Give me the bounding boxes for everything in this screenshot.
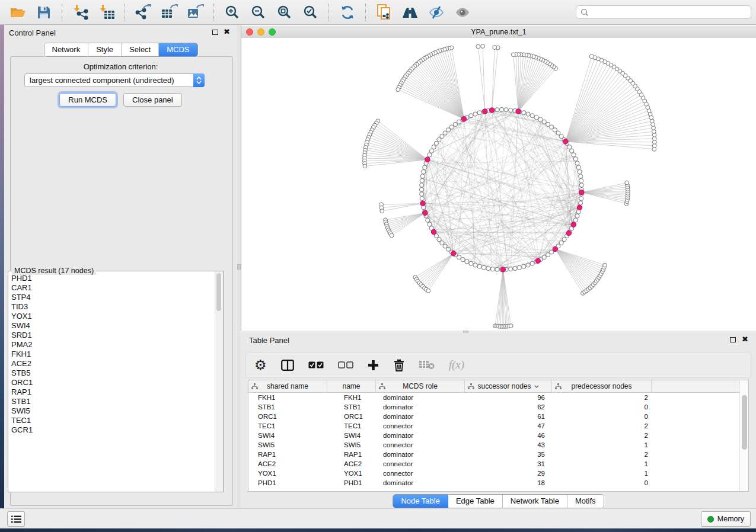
hide-selected-eye-icon[interactable] <box>428 4 445 21</box>
mcds-result-item[interactable]: RAP1 <box>8 387 215 397</box>
tab-node-table[interactable]: Node Table <box>393 495 448 508</box>
select-all-checkboxes-icon[interactable] <box>308 357 324 373</box>
table-cell: RAP1 <box>248 451 327 458</box>
tab-motifs[interactable]: Motifs <box>567 495 604 508</box>
result-scrollbar[interactable] <box>215 271 223 492</box>
mcds-result-item[interactable]: SWI5 <box>8 406 215 416</box>
table-cell: dominator <box>376 403 465 411</box>
mcds-result-item[interactable]: GCR1 <box>8 425 215 435</box>
show-eye-icon[interactable] <box>454 4 471 21</box>
mcds-result-item[interactable]: STB5 <box>8 368 215 378</box>
tab-select[interactable]: Select <box>122 43 159 56</box>
dropdown-stepper-icon <box>193 73 205 87</box>
save-icon[interactable] <box>35 4 53 21</box>
table-row[interactable]: PHD1PHD1dominator180 <box>248 478 748 488</box>
mcds-result-list[interactable]: PHD1CAR1STP4TID3YOX1SWI4SRD1PMA2FKH1ACE2… <box>8 274 215 489</box>
deselect-all-checkboxes-icon[interactable] <box>338 357 353 373</box>
toggle-columns-icon[interactable] <box>281 357 294 373</box>
table-cell: dominator <box>376 413 465 420</box>
desktop-wallpaper-left <box>0 25 4 532</box>
mcds-result-item[interactable]: ORC1 <box>8 378 215 387</box>
column-header-predecessor-nodes[interactable]: predecessor nodes <box>552 380 652 392</box>
toolbar-separator <box>365 4 366 21</box>
network-view-canvas[interactable] <box>241 38 756 331</box>
node-table[interactable]: shared namenameMCDS rolesuccessor nodesp… <box>248 380 749 492</box>
clone-network-icon[interactable] <box>375 4 393 21</box>
zoom-selected-icon[interactable] <box>302 4 320 21</box>
delete-table-icon[interactable] <box>419 357 435 373</box>
mcds-result-item[interactable]: YOX1 <box>8 312 215 321</box>
table-scrollbar[interactable] <box>739 380 748 491</box>
delete-column-icon[interactable] <box>393 357 405 373</box>
table-row[interactable]: SWI4SWI4dominator462 <box>248 431 748 440</box>
tab-network-table[interactable]: Network Table <box>503 495 567 508</box>
mcds-result-item[interactable]: STP4 <box>8 293 215 302</box>
function-builder-icon[interactable]: f(x) <box>449 357 464 373</box>
table-cell: 2 <box>552 422 652 430</box>
table-row[interactable]: FKH1FKH1dominator962 <box>248 393 748 402</box>
optimization-criterion-dropdown[interactable]: largest connected component (undirected) <box>24 73 205 87</box>
tab-mcds[interactable]: MCDS <box>159 43 197 56</box>
toolbar-separator <box>213 4 215 21</box>
zoom-out-icon[interactable] <box>250 4 267 21</box>
column-header-MCDS-role[interactable]: MCDS role <box>376 380 465 392</box>
sort-desc-icon <box>534 385 539 388</box>
table-panel-title: Table Panel <box>249 336 289 345</box>
table-cell: 18 <box>465 479 552 486</box>
open-folder-icon[interactable] <box>9 4 27 21</box>
settings-gear-icon[interactable]: ⚙ <box>254 357 267 373</box>
mcds-result-item[interactable]: STB1 <box>8 397 215 406</box>
mcds-result-item[interactable]: PMA2 <box>8 340 215 350</box>
zoom-fit-icon[interactable] <box>276 4 294 21</box>
export-table-icon[interactable] <box>161 4 178 21</box>
memory-button[interactable]: Memory <box>701 511 751 527</box>
zoom-in-icon[interactable] <box>224 4 241 21</box>
column-header-shared-name[interactable]: shared name <box>248 380 327 392</box>
column-label: shared name <box>267 382 308 390</box>
mcds-result-item[interactable]: CAR1 <box>8 283 215 293</box>
column-header-name[interactable]: name <box>327 380 376 392</box>
import-network-icon[interactable] <box>72 4 90 21</box>
mcds-result-item[interactable]: TID3 <box>8 302 215 312</box>
tab-edge-table[interactable]: Edge Table <box>448 495 503 508</box>
mcds-result-item[interactable]: SRD1 <box>8 331 215 340</box>
close-panel-icon[interactable]: ✖ <box>224 27 230 36</box>
mcds-result-item[interactable]: FKH1 <box>8 350 215 359</box>
mcds-result-item[interactable]: ACE2 <box>8 359 215 368</box>
export-network-icon[interactable] <box>135 4 152 21</box>
mcds-result-item[interactable]: TEC1 <box>8 416 215 425</box>
table-cell: 2 <box>552 432 652 439</box>
table-cell: RAP1 <box>327 451 376 458</box>
network-window-titlebar[interactable]: YPA_prune.txt_1 <box>241 26 756 39</box>
export-image-icon[interactable] <box>187 4 205 21</box>
close-panel-button[interactable]: Close panel <box>123 93 182 107</box>
import-table-icon[interactable] <box>98 4 116 21</box>
refresh-icon[interactable] <box>339 4 356 21</box>
run-mcds-button[interactable]: Run MCDS <box>59 93 116 107</box>
tab-style[interactable]: Style <box>88 43 122 56</box>
mcds-result-item[interactable]: SWI4 <box>8 321 215 331</box>
float-table-panel-icon[interactable] <box>730 337 736 342</box>
table-row[interactable]: ORC1ORC1dominator610 <box>248 412 748 421</box>
search-box[interactable] <box>576 5 751 19</box>
table-row[interactable]: YOX1YOX1connector291 <box>248 469 748 478</box>
toolbar-separator <box>125 4 126 21</box>
table-scrollbar-thumb[interactable] <box>742 395 747 450</box>
table-cell: 62 <box>465 403 552 411</box>
add-column-icon[interactable] <box>368 357 379 373</box>
tab-network[interactable]: Network <box>44 43 88 56</box>
table-row[interactable]: RAP1RAP1dominator352 <box>248 450 748 459</box>
float-panel-icon[interactable] <box>212 30 218 35</box>
table-row[interactable]: STB1STB1dominator620 <box>248 402 748 412</box>
table-cell: dominator <box>376 479 465 486</box>
mcds-result-item[interactable]: PHD1 <box>8 274 215 283</box>
close-table-panel-icon[interactable]: ✖ <box>742 335 748 344</box>
table-row[interactable]: ACE2ACE2connector311 <box>248 459 748 469</box>
search-input[interactable] <box>592 8 751 17</box>
result-scrollbar-thumb[interactable] <box>216 273 221 311</box>
binoculars-icon[interactable] <box>401 4 419 21</box>
column-header-successor-nodes[interactable]: successor nodes <box>465 380 552 392</box>
table-row[interactable]: TEC1TEC1connector472 <box>248 421 748 431</box>
task-history-button[interactable] <box>7 511 25 527</box>
table-row[interactable]: SWI5SWI5connector431 <box>248 440 748 450</box>
